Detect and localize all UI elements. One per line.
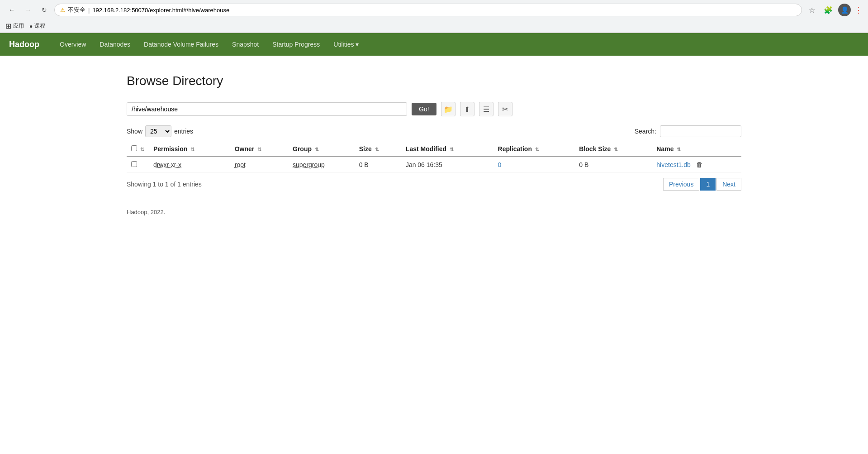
entries-select[interactable]: 10 25 50 100 <box>145 125 171 137</box>
row-permission: drwxr-xr-x <box>149 157 230 172</box>
directory-table: ⇅ Permission ⇅ Owner ⇅ Group ⇅ Size ⇅ <box>127 142 741 172</box>
nav-link-datanode-volume-failures[interactable]: Datanode Volume Failures <box>137 34 225 55</box>
page-footer: Hadoop, 2022. <box>127 209 741 215</box>
sort-icon-name: ⇅ <box>677 147 681 152</box>
row-owner: root <box>230 157 288 172</box>
previous-button[interactable]: Previous <box>663 178 699 191</box>
apps-bookmark[interactable]: ⊞ 应用 <box>5 22 24 30</box>
security-icon: ⚠ <box>60 7 65 13</box>
col-header-permission[interactable]: Permission ⇅ <box>149 142 230 157</box>
nav-link-utilities[interactable]: Utilities <box>327 34 365 55</box>
sort-icon-owner: ⇅ <box>257 147 261 152</box>
search-row: Search: <box>635 125 741 137</box>
col-header-owner[interactable]: Owner ⇅ <box>230 142 288 157</box>
sort-icon-select: ⇅ <box>140 147 144 152</box>
col-header-block-size[interactable]: Block Size ⇅ <box>574 142 652 157</box>
next-button[interactable]: Next <box>716 178 741 191</box>
main-content: Browse Directory Go! 📁 ⬆ ☰ ✂ Show 10 25 … <box>0 56 868 234</box>
navbar-nav: Overview Datanodes Datanode Volume Failu… <box>53 34 365 55</box>
navbar-brand: Hadoop <box>9 40 39 49</box>
nav-link-snapshot[interactable]: Snapshot <box>225 34 266 55</box>
select-all-checkbox[interactable] <box>131 145 137 151</box>
course-bookmark[interactable]: ● 课程 <box>29 22 45 30</box>
row-name: hivetest1.db 🗑 <box>652 157 741 172</box>
table-header-row: ⇅ Permission ⇅ Owner ⇅ Group ⇅ Size ⇅ <box>127 142 741 157</box>
bookmark-star-button[interactable]: ☆ <box>806 4 818 16</box>
nav-item-datanodes[interactable]: Datanodes <box>93 34 137 55</box>
list-icon-button[interactable]: ☰ <box>479 102 493 116</box>
menu-dot[interactable]: ⋮ <box>854 5 863 15</box>
footer-text: Hadoop, 2022. <box>127 209 165 215</box>
nav-link-startup-progress[interactable]: Startup Progress <box>266 34 327 55</box>
address-bar: ⚠ 不安全 | <box>54 4 802 16</box>
search-label: Search: <box>635 128 656 135</box>
col-header-replication[interactable]: Replication ⇅ <box>493 142 575 157</box>
nav-item-overview[interactable]: Overview <box>53 34 93 55</box>
navbar: Hadoop Overview Datanodes Datanode Volum… <box>0 33 868 56</box>
upload-icon: ⬆ <box>464 105 470 114</box>
sort-icon-replication: ⇅ <box>535 147 539 152</box>
table-body: drwxr-xr-x root supergroup 0 B Jan 06 16… <box>127 157 741 172</box>
sort-icon-block-size: ⇅ <box>614 147 618 152</box>
security-label: 不安全 <box>68 6 85 14</box>
profile-icon[interactable]: 👤 <box>838 4 851 16</box>
show-entries: Show 10 25 50 100 entries <box>127 125 193 137</box>
delete-icon[interactable]: 🗑 <box>696 161 703 168</box>
forward-button[interactable]: → <box>22 4 34 16</box>
browser-toolbar: ← → ↻ ⚠ 不安全 | ☆ 🧩 👤 ⋮ <box>0 0 868 20</box>
row-checkbox[interactable] <box>131 161 137 167</box>
list-icon: ☰ <box>483 105 489 114</box>
table-row: drwxr-xr-x root supergroup 0 B Jan 06 16… <box>127 157 741 172</box>
nav-link-overview[interactable]: Overview <box>53 34 93 55</box>
col-header-last-modified[interactable]: Last Modified ⇅ <box>401 142 493 157</box>
nav-item-snapshot[interactable]: Snapshot <box>225 34 266 55</box>
scissors-icon-button[interactable]: ✂ <box>498 102 512 116</box>
extensions-button[interactable]: 🧩 <box>822 4 835 16</box>
row-size: 0 B <box>355 157 401 172</box>
scissors-icon: ✂ <box>502 105 508 114</box>
col-header-group[interactable]: Group ⇅ <box>288 142 355 157</box>
col-header-name[interactable]: Name ⇅ <box>652 142 741 157</box>
sort-icon-permission: ⇅ <box>190 147 194 152</box>
search-input[interactable] <box>660 125 741 137</box>
page-1-button[interactable]: 1 <box>700 178 716 191</box>
address-input[interactable] <box>92 7 796 14</box>
table-footer: Showing 1 to 1 of 1 entries Previous 1 N… <box>127 178 741 191</box>
row-block-size: 0 B <box>574 157 652 172</box>
upload-icon-button[interactable]: ⬆ <box>460 102 474 116</box>
go-button[interactable]: Go! <box>412 103 436 115</box>
row-replication: 0 <box>493 157 575 172</box>
row-checkbox-cell <box>127 157 149 172</box>
path-input[interactable] <box>127 102 407 116</box>
reload-button[interactable]: ↻ <box>38 4 51 16</box>
table-controls: Show 10 25 50 100 entries Search: <box>127 125 741 137</box>
course-icon: ● <box>29 23 33 29</box>
nav-link-datanodes[interactable]: Datanodes <box>93 34 137 55</box>
select-all-header: ⇅ <box>127 142 149 157</box>
browser-action-icons: ☆ 🧩 👤 ⋮ <box>806 4 863 16</box>
browser-chrome: ← → ↻ ⚠ 不安全 | ☆ 🧩 👤 ⋮ ⊞ 应用 ● 课程 <box>0 0 868 33</box>
row-group: supergroup <box>288 157 355 172</box>
apps-grid-icon: ⊞ <box>5 22 11 30</box>
course-label: 课程 <box>34 22 45 30</box>
back-button[interactable]: ← <box>5 4 18 16</box>
page-title: Browse Directory <box>127 74 741 88</box>
nav-item-utilities[interactable]: Utilities <box>327 34 365 55</box>
bookmarks-bar: ⊞ 应用 ● 课程 <box>0 20 868 33</box>
show-label: Show <box>127 128 142 135</box>
nav-item-datanode-volume-failures[interactable]: Datanode Volume Failures <box>137 34 225 55</box>
owner-text: root <box>235 161 246 168</box>
name-link[interactable]: hivetest1.db <box>656 161 691 168</box>
folder-icon: 📁 <box>444 105 453 114</box>
row-last-modified: Jan 06 16:35 <box>401 157 493 172</box>
group-text: supergroup <box>293 161 325 168</box>
replication-link[interactable]: 0 <box>498 161 502 168</box>
apps-label: 应用 <box>13 22 24 30</box>
nav-item-startup-progress[interactable]: Startup Progress <box>266 34 327 55</box>
sort-icon-size: ⇅ <box>375 147 379 152</box>
separator: | <box>88 7 90 14</box>
path-row: Go! 📁 ⬆ ☰ ✂ <box>127 102 741 116</box>
sort-icon-group: ⇅ <box>315 147 319 152</box>
folder-icon-button[interactable]: 📁 <box>441 102 455 116</box>
col-header-size[interactable]: Size ⇅ <box>355 142 401 157</box>
